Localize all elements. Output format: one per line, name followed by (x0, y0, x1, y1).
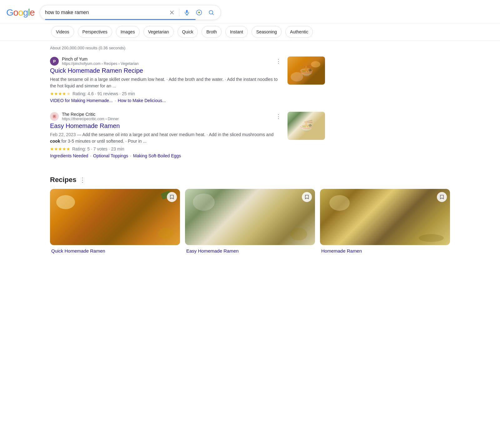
result-links-2: Ingredients Needed · Optional Toppings ·… (50, 153, 282, 158)
search-submit-button[interactable] (207, 8, 216, 17)
result-sublink-2-0[interactable]: Ingredients Needed (50, 153, 88, 158)
list-item[interactable]: Homemade Ramen (320, 189, 450, 254)
lens-search-button[interactable] (194, 8, 204, 17)
result-thumbnail-2[interactable]: 🍜 (288, 112, 325, 140)
favicon-trc: R (50, 112, 59, 121)
recipe-card-image-1 (50, 189, 180, 245)
recipes-section: Recipes ⋮ Quick Homemade Ramen (0, 176, 500, 254)
rating-stars-1: ★★★★★ (50, 91, 71, 96)
list-item[interactable]: Quick Homemade Ramen (50, 189, 180, 254)
table-row: P Pinch of Yum https://pinchofyum.com › … (50, 57, 325, 103)
result-title-2[interactable]: Easy Homemade Ramen (50, 122, 282, 130)
result-main-1: P Pinch of Yum https://pinchofyum.com › … (50, 57, 282, 103)
rating-text-2: Rating: 5 · 7 votes · 23 min (72, 146, 124, 151)
bookmark-icon-2[interactable] (302, 192, 312, 202)
tab-quick[interactable]: Quick (178, 26, 198, 38)
recipes-header: Recipes ⋮ (50, 176, 450, 184)
result-sublink-1-1[interactable]: How to Make Delicious... (118, 98, 166, 103)
recipe-card-image-3 (320, 189, 450, 245)
logo-o2: o (18, 7, 23, 18)
voice-search-button[interactable] (182, 8, 191, 17)
logo-e: e (30, 7, 35, 18)
recipe-card-title-1: Quick Homemade Ramen (50, 248, 180, 254)
recipe-card-title-3: Homemade Ramen (320, 248, 450, 254)
tab-seasoning[interactable]: Seasoning (252, 26, 282, 38)
result-thumbnail-1[interactable]: 🍜 (288, 57, 325, 85)
site-url-1: https://pinchofyum.com › Recipes › Veget… (62, 62, 271, 66)
search-icon-group (168, 8, 216, 17)
svg-text:R: R (53, 115, 56, 118)
svg-point-4 (198, 12, 200, 13)
result-main-2: R The Recipe Critic https://therecipecri… (50, 112, 282, 158)
svg-line-6 (212, 14, 214, 15)
tab-vegetarian[interactable]: Vegetarian (143, 26, 174, 38)
result-sublink-2-1[interactable]: Optional Toppings (93, 153, 128, 158)
tab-broth[interactable]: Broth (202, 26, 221, 38)
rating-text-1: Rating: 4.6 · 91 reviews · 25 min (72, 91, 135, 96)
recipe-cards: Quick Homemade Ramen Easy Homemade Ramen (50, 189, 450, 254)
site-info-1: P Pinch of Yum https://pinchofyum.com › … (50, 57, 282, 66)
search-underline (45, 19, 196, 20)
recipe-card-thumbnail-3 (320, 189, 450, 245)
result-sublink-1-0[interactable]: VIDEO for Making Homemade... (50, 98, 113, 103)
logo-o1: o (13, 7, 18, 18)
site-details-2: The Recipe Critic https://therecipecriti… (62, 112, 271, 121)
result-count: About 200,000,000 results (0.36 seconds) (50, 46, 325, 50)
logo-g: G (6, 7, 13, 18)
search-bar-divider (179, 9, 179, 16)
result-links-1: VIDEO for Making Homemade... · How to Ma… (50, 98, 282, 103)
result-snippet-1: Heat the sesame oil in a large skillet o… (50, 76, 282, 89)
list-item[interactable]: Easy Homemade Ramen (185, 189, 315, 254)
filter-tabs-bar: Videos Perspectives Images Vegetarian Qu… (0, 23, 500, 41)
result-meta-2: ★★★★★ Rating: 5 · 7 votes · 23 min (50, 146, 282, 151)
recipe-card-image-2 (185, 189, 315, 245)
search-input[interactable] (45, 10, 165, 15)
site-details-1: Pinch of Yum https://pinchofyum.com › Re… (62, 57, 271, 66)
favicon-poy: P (50, 57, 59, 66)
result-more-button-2[interactable]: ⋮ (274, 113, 282, 120)
bookmark-icon-1[interactable] (167, 192, 177, 202)
search-bar[interactable] (40, 5, 221, 20)
results-area: About 200,000,000 results (0.36 seconds)… (0, 41, 375, 172)
recipe-card-thumbnail-2 (185, 189, 315, 245)
clear-button[interactable] (168, 8, 176, 17)
svg-rect-0 (186, 10, 188, 13)
logo-g2: g (23, 7, 28, 18)
tab-perspectives[interactable]: Perspectives (78, 26, 112, 38)
recipes-more-button[interactable]: ⋮ (79, 176, 86, 184)
recipe-card-title-2: Easy Homemade Ramen (185, 248, 315, 254)
result-meta-1: ★★★★★ Rating: 4.6 · 91 reviews · 25 min (50, 91, 282, 96)
site-name-1: Pinch of Yum (62, 57, 271, 62)
tab-authentic[interactable]: Authentic (285, 26, 313, 38)
result-snippet-2: Feb 22, 2023 — Add the sesame oil into a… (50, 131, 282, 145)
recipe-card-thumbnail-1 (50, 189, 180, 245)
site-url-2: https://therecipecritic.com › Dinner (62, 117, 271, 121)
result-title-1[interactable]: Quick Homemade Ramen Recipe (50, 67, 282, 74)
header: Google (0, 0, 500, 23)
bookmark-icon-3[interactable] (437, 192, 447, 202)
rating-stars-2: ★★★★★ (50, 146, 70, 151)
tab-videos[interactable]: Videos (51, 26, 74, 38)
tab-instant[interactable]: Instant (225, 26, 248, 38)
result-more-button-1[interactable]: ⋮ (274, 58, 282, 65)
recipes-title: Recipes (50, 176, 76, 184)
result-sublink-2-2[interactable]: Making Soft-Boiled Eggs (133, 153, 181, 158)
site-name-2: The Recipe Critic (62, 112, 271, 117)
google-logo: Google (6, 7, 35, 18)
tab-images[interactable]: Images (116, 26, 140, 38)
site-info-2: R The Recipe Critic https://therecipecri… (50, 112, 282, 121)
table-row: R The Recipe Critic https://therecipecri… (50, 112, 325, 158)
